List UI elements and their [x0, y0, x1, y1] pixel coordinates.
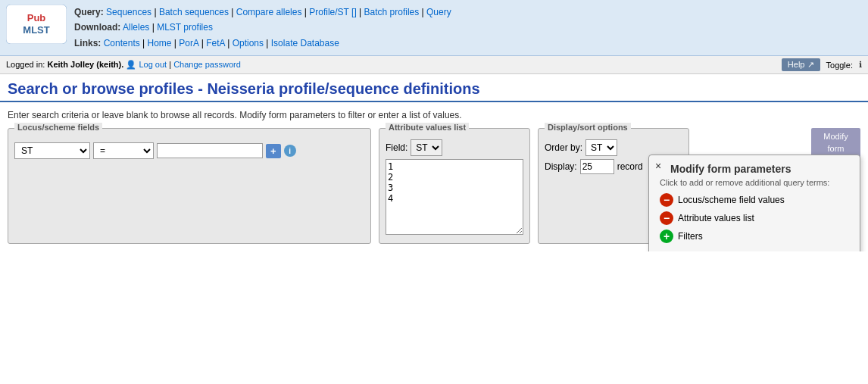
nav-batch-profiles[interactable]: Batch profiles — [364, 7, 420, 17]
display-label: Display: — [545, 161, 577, 172]
modify-popup: × Modify form parameters Click to add or… — [648, 155, 860, 251]
locus-row: ST = contains starts with ends with > < … — [14, 142, 364, 159]
log-out-link[interactable]: Log out — [139, 60, 167, 69]
remove-locus-button[interactable]: − — [660, 193, 673, 207]
order-by-row: Order by: ST — [545, 139, 682, 156]
locus-operator-select[interactable]: = contains starts with ends with > < NOT — [93, 142, 154, 159]
username: Keith Jolley (keith). — [47, 60, 123, 69]
query-label: Query: — [74, 7, 104, 17]
locus-panel: Locus/scheme fields ST = contains starts… — [8, 128, 371, 244]
popup-description: Click to add or remove additional query … — [660, 178, 849, 187]
nav-isolate-db[interactable]: Isolate Database — [271, 38, 339, 48]
header-links: Query: Sequences | Batch sequences | Com… — [74, 5, 451, 51]
attr-values-textarea[interactable]: 1 2 3 4 — [386, 159, 523, 235]
nav-feta[interactable]: FetA — [206, 38, 225, 48]
main-content: Enter search criteria or leave blank to … — [0, 102, 868, 251]
nav-profile-st[interactable]: Profile/ST [] — [309, 7, 356, 17]
nav-contents[interactable]: Contents — [104, 38, 140, 48]
nav-compare-alleles[interactable]: Compare alleles — [236, 7, 302, 17]
attr-field-select[interactable]: ST — [411, 139, 442, 156]
nav-links-row: Links: Contents | Home | PorA | FetA | O… — [74, 36, 451, 51]
page-title: Search or browse profiles - Neisseria pr… — [8, 80, 860, 98]
attr-field-row: Field: ST — [386, 139, 523, 156]
login-bar-right: Help ↗ Toggle: ℹ — [782, 58, 862, 71]
locus-panel-legend: Locus/scheme fields — [14, 123, 102, 132]
popup-close-button[interactable]: × — [655, 160, 661, 172]
attr-panel: Attribute values list Field: ST 1 2 3 4 — [379, 128, 530, 244]
display-count-input[interactable] — [580, 159, 614, 174]
page-title-bar: Search or browse profiles - Neisseria pr… — [0, 74, 868, 102]
nav-options[interactable]: Options — [233, 38, 264, 48]
logo: Pub MLST — [6, 5, 67, 44]
popup-item-locus: − Locus/scheme field values — [660, 193, 849, 207]
toggle-button[interactable]: ℹ — [859, 60, 862, 70]
display-panel-legend: Display/sort options — [545, 123, 631, 132]
info-icon[interactable]: i — [284, 145, 296, 157]
download-label: Download: — [74, 22, 120, 33]
download-links-row: Download: Alleles | MLST profiles — [74, 20, 451, 35]
attr-panel-legend: Attribute values list — [386, 123, 469, 132]
query-links-row: Query: Sequences | Batch sequences | Com… — [74, 5, 451, 20]
logged-in-prefix: Logged in: — [6, 60, 45, 69]
login-info: Logged in: Keith Jolley (keith). 👤 Log o… — [6, 60, 241, 70]
popup-title: Modify form parameters — [660, 163, 849, 175]
display-suffix: record — [617, 161, 643, 172]
nav-pora[interactable]: PorA — [179, 38, 198, 48]
help-button[interactable]: Help ↗ — [782, 58, 820, 71]
intro-text: Enter search criteria or leave blank to … — [8, 110, 860, 120]
add-filters-button[interactable]: + — [660, 229, 673, 243]
attr-field-label: Field: — [386, 142, 407, 153]
popup-items-list: − Locus/scheme field values − Attribute … — [660, 193, 849, 243]
locus-value-input[interactable] — [157, 143, 263, 158]
toggle-label: Toggle: — [826, 61, 853, 70]
popup-item-filters-label: Filters — [678, 231, 703, 242]
popup-item-filters: + Filters — [660, 229, 849, 243]
svg-text:MLST: MLST — [23, 24, 49, 36]
top-header: Pub MLST Query: Sequences | Batch sequen… — [0, 0, 868, 56]
add-locus-button[interactable]: + — [266, 144, 281, 158]
order-by-select[interactable]: ST — [585, 139, 617, 156]
popup-item-locus-label: Locus/scheme field values — [678, 195, 785, 205]
change-password-link[interactable]: Change password — [173, 60, 241, 69]
login-bar: Logged in: Keith Jolley (keith). 👤 Log o… — [0, 56, 868, 74]
popup-item-attr: − Attribute values list — [660, 211, 849, 225]
popup-item-attr-label: Attribute values list — [678, 213, 754, 223]
remove-attr-button[interactable]: − — [660, 211, 673, 225]
search-area: Locus/scheme fields ST = contains starts… — [8, 128, 860, 244]
nav-query[interactable]: Query — [426, 7, 451, 17]
nav-home[interactable]: Home — [148, 38, 172, 48]
nav-mlst-profiles[interactable]: MLST profiles — [157, 22, 213, 33]
order-by-label: Order by: — [545, 142, 582, 153]
links-label: Links: — [74, 38, 101, 48]
nav-sequences[interactable]: Sequences — [106, 7, 151, 17]
svg-text:Pub: Pub — [27, 12, 46, 23]
nav-batch-sequences[interactable]: Batch sequences — [159, 7, 229, 17]
locus-field-select[interactable]: ST — [14, 142, 90, 159]
nav-alleles[interactable]: Alleles — [123, 22, 149, 33]
